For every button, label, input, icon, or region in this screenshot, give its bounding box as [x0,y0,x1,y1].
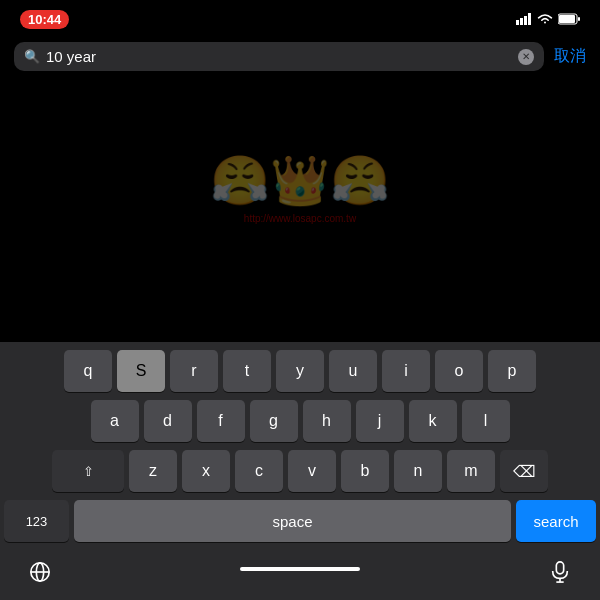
key-c[interactable]: c [235,450,283,492]
space-key[interactable]: space [74,500,511,542]
key-q[interactable]: q [64,350,112,392]
svg-rect-2 [524,16,527,25]
svg-rect-1 [520,18,523,25]
globe-key[interactable] [20,554,60,590]
keyboard-row-4: 123 space search [4,500,596,542]
wifi-icon [537,13,553,25]
key-r[interactable]: r [170,350,218,392]
content-area: 😤👑😤 http://www.losapc.com.tw [0,77,600,299]
key-d[interactable]: d [144,400,192,442]
status-icons [516,13,580,25]
key-f[interactable]: f [197,400,245,442]
mic-key[interactable] [540,554,580,590]
watermark-url: http://www.losapc.com.tw [210,213,390,224]
key-x[interactable]: x [182,450,230,492]
key-g[interactable]: g [250,400,298,442]
search-bar-row: 🔍 10 year ✕ 取消 [0,36,600,77]
key-z[interactable]: z [129,450,177,492]
num-key[interactable]: 123 [4,500,69,542]
clear-button[interactable]: ✕ [518,49,534,65]
keyboard-bottom-row [4,550,596,600]
svg-rect-0 [516,20,519,25]
search-icon: 🔍 [24,49,40,64]
svg-rect-3 [528,13,531,25]
mic-icon [551,561,569,583]
svg-rect-5 [559,15,575,23]
keyboard-row-2: a d f g h j k l [4,400,596,442]
key-p[interactable]: p [488,350,536,392]
svg-rect-10 [556,562,563,574]
keyboard-row-1: q S r t y u i o p [4,350,596,392]
key-m[interactable]: m [447,450,495,492]
key-y[interactable]: y [276,350,324,392]
shift-key[interactable]: ⇧ [52,450,124,492]
key-i[interactable]: i [382,350,430,392]
status-bar: 10:44 [0,0,600,36]
key-j[interactable]: j [356,400,404,442]
key-s[interactable]: S [117,350,165,392]
globe-icon [29,561,51,583]
key-n[interactable]: n [394,450,442,492]
status-time: 10:44 [20,10,69,29]
search-key[interactable]: search [516,500,596,542]
key-b[interactable]: b [341,450,389,492]
key-a[interactable]: a [91,400,139,442]
delete-key[interactable]: ⌫ [500,450,548,492]
keyboard: q S r t y u i o p a d f g h j k l ⇧ z x … [0,342,600,600]
watermark: 😤👑😤 http://www.losapc.com.tw [210,153,390,224]
key-k[interactable]: k [409,400,457,442]
search-input-container[interactable]: 🔍 10 year ✕ [14,42,544,71]
key-o[interactable]: o [435,350,483,392]
cancel-button[interactable]: 取消 [554,46,586,67]
keyboard-row-3: ⇧ z x c v b n m ⌫ [4,450,596,492]
signal-icon [516,13,532,25]
key-v[interactable]: v [288,450,336,492]
home-indicator [240,567,360,571]
key-t[interactable]: t [223,350,271,392]
key-u[interactable]: u [329,350,377,392]
clear-icon: ✕ [522,52,530,62]
battery-icon [558,13,580,25]
key-l[interactable]: l [462,400,510,442]
key-h[interactable]: h [303,400,351,442]
watermark-emoji: 😤👑😤 [210,153,390,209]
svg-rect-6 [578,17,580,21]
search-input[interactable]: 10 year [46,48,512,65]
